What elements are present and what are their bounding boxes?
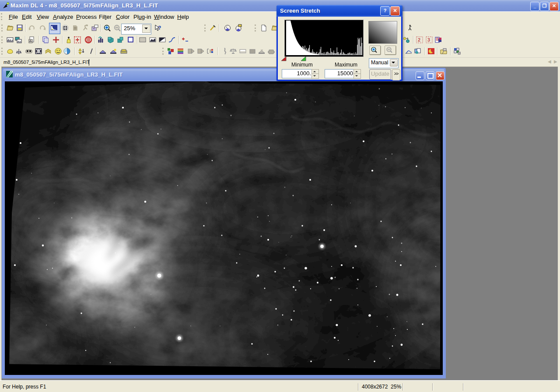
- svg-text:2: 2: [418, 37, 420, 42]
- svg-text:3: 3: [427, 37, 430, 42]
- svg-text:01: 01: [38, 50, 41, 53]
- svg-text:?: ?: [158, 25, 161, 31]
